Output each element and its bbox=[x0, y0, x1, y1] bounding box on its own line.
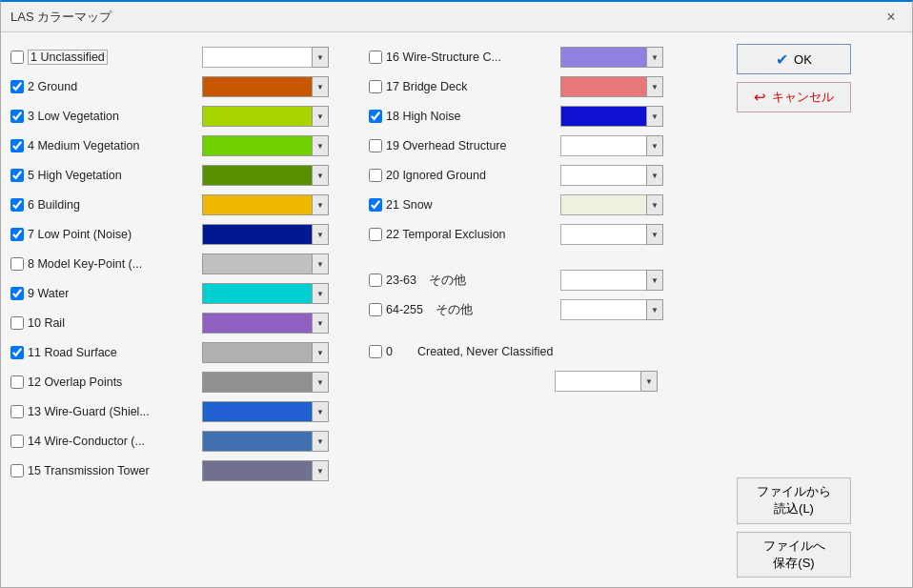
color-dropdown-13[interactable]: ▼ bbox=[312, 401, 329, 422]
color-box-bottom[interactable] bbox=[555, 371, 640, 392]
color-box-64255[interactable] bbox=[560, 299, 646, 320]
color-dropdown-21[interactable]: ▼ bbox=[646, 194, 663, 215]
cancel-label: キャンセル bbox=[772, 89, 834, 106]
row-label-17: 17 Bridge Deck bbox=[369, 80, 555, 93]
checkbox-4[interactable] bbox=[10, 139, 24, 152]
color-box-5[interactable] bbox=[202, 165, 312, 186]
color-box-1[interactable] bbox=[202, 47, 312, 68]
color-box-7[interactable] bbox=[202, 224, 312, 245]
checkbox-8[interactable] bbox=[10, 257, 24, 271]
checkbox-64255[interactable] bbox=[369, 303, 382, 316]
ok-icon: ✔ bbox=[776, 51, 788, 69]
row-label-12: 12 Overlap Points bbox=[10, 375, 196, 389]
color-dropdown-19[interactable]: ▼ bbox=[646, 135, 663, 156]
checkbox-10[interactable] bbox=[10, 316, 24, 330]
color-dropdown-bottom[interactable]: ▼ bbox=[640, 371, 658, 392]
cancel-button[interactable]: ↩ キャンセル bbox=[737, 82, 851, 112]
color-dropdown-7[interactable]: ▼ bbox=[312, 224, 329, 245]
checkbox-2363[interactable] bbox=[369, 274, 382, 287]
color-dropdown-2363[interactable]: ▼ bbox=[646, 270, 663, 291]
row-label-6: 6 Building bbox=[10, 198, 196, 212]
checkbox-3[interactable] bbox=[10, 110, 24, 123]
checkbox-15[interactable] bbox=[10, 464, 24, 477]
color-dropdown-5[interactable]: ▼ bbox=[312, 165, 329, 186]
checkbox-21[interactable] bbox=[369, 198, 382, 212]
color-box-12[interactable] bbox=[202, 372, 312, 393]
color-box-2[interactable] bbox=[202, 76, 312, 97]
color-box-22[interactable] bbox=[560, 224, 646, 245]
color-dropdown-12[interactable]: ▼ bbox=[312, 372, 329, 393]
color-picker-20: ▼ bbox=[560, 165, 663, 186]
color-dropdown-4[interactable]: ▼ bbox=[312, 135, 329, 156]
file-save-button[interactable]: ファイルへ 保存(S) bbox=[737, 532, 851, 578]
checkbox-11[interactable] bbox=[10, 346, 24, 359]
color-picker-5: ▼ bbox=[202, 165, 329, 186]
color-box-2363[interactable] bbox=[560, 270, 646, 291]
color-dropdown-16[interactable]: ▼ bbox=[646, 47, 663, 68]
color-picker-3: ▼ bbox=[202, 106, 329, 127]
color-box-14[interactable] bbox=[202, 431, 312, 452]
row-label-10: 10 Rail bbox=[10, 316, 196, 330]
checkbox-6[interactable] bbox=[10, 198, 24, 212]
color-box-3[interactable] bbox=[202, 106, 312, 127]
color-box-10[interactable] bbox=[202, 313, 312, 334]
label-text-5: 5 High Vegetation bbox=[28, 169, 122, 182]
cancel-icon: ↩ bbox=[754, 89, 766, 106]
color-dropdown-10[interactable]: ▼ bbox=[312, 313, 329, 334]
color-dropdown-22[interactable]: ▼ bbox=[646, 224, 663, 245]
bottom-label: 0 Created, Never Classified bbox=[369, 344, 578, 360]
color-row-8: 8 Model Key-Point (...▼ bbox=[10, 251, 363, 277]
label-text-6: 6 Building bbox=[28, 198, 80, 212]
color-box-6[interactable] bbox=[202, 194, 312, 215]
checkbox-1[interactable] bbox=[10, 51, 24, 64]
color-dropdown-17[interactable]: ▼ bbox=[646, 76, 663, 97]
checkbox-13[interactable] bbox=[10, 405, 24, 418]
color-row-15: 15 Transmission Tower▼ bbox=[10, 457, 363, 484]
color-box-16[interactable] bbox=[560, 47, 646, 68]
close-button[interactable]: × bbox=[880, 6, 903, 29]
checkbox-19[interactable] bbox=[369, 139, 382, 152]
color-row-9: 9 Water▼ bbox=[10, 280, 363, 307]
color-picker-19: ▼ bbox=[560, 135, 663, 156]
color-row-17: 17 Bridge Deck▼ bbox=[369, 73, 721, 100]
checkbox-9[interactable] bbox=[10, 287, 24, 300]
color-box-21[interactable] bbox=[560, 194, 646, 215]
color-dropdown-15[interactable]: ▼ bbox=[312, 460, 329, 481]
color-box-4[interactable] bbox=[202, 135, 312, 156]
color-dropdown-9[interactable]: ▼ bbox=[312, 283, 329, 304]
checkbox-20[interactable] bbox=[369, 169, 382, 182]
color-dropdown-11[interactable]: ▼ bbox=[312, 342, 329, 363]
checkbox-14[interactable] bbox=[10, 435, 24, 448]
color-dropdown-6[interactable]: ▼ bbox=[312, 194, 329, 215]
color-box-20[interactable] bbox=[560, 165, 646, 186]
color-box-11[interactable] bbox=[202, 342, 312, 363]
color-box-15[interactable] bbox=[202, 460, 312, 481]
checkbox-17[interactable] bbox=[369, 80, 382, 93]
label-text-15: 15 Transmission Tower bbox=[28, 464, 150, 477]
color-dropdown-14[interactable]: ▼ bbox=[312, 431, 329, 452]
color-dropdown-3[interactable]: ▼ bbox=[312, 106, 329, 127]
color-box-19[interactable] bbox=[560, 135, 646, 156]
checkbox-2[interactable] bbox=[10, 80, 24, 93]
color-dropdown-64255[interactable]: ▼ bbox=[646, 299, 663, 320]
color-dropdown-8[interactable]: ▼ bbox=[312, 253, 329, 274]
row-label-8: 8 Model Key-Point (... bbox=[10, 257, 196, 271]
color-dropdown-1[interactable]: ▼ bbox=[312, 47, 329, 68]
checkbox-bottom[interactable] bbox=[369, 345, 382, 358]
ok-button[interactable]: ✔ OK bbox=[737, 44, 851, 74]
color-dropdown-18[interactable]: ▼ bbox=[646, 106, 663, 127]
color-box-8[interactable] bbox=[202, 253, 312, 274]
checkbox-5[interactable] bbox=[10, 169, 24, 182]
color-box-17[interactable] bbox=[560, 76, 646, 97]
color-dropdown-2[interactable]: ▼ bbox=[312, 76, 329, 97]
checkbox-16[interactable] bbox=[369, 51, 382, 64]
color-dropdown-20[interactable]: ▼ bbox=[646, 165, 663, 186]
checkbox-7[interactable] bbox=[10, 228, 24, 241]
color-box-13[interactable] bbox=[202, 401, 312, 422]
file-load-button[interactable]: ファイルから 読込(L) bbox=[737, 477, 851, 523]
checkbox-22[interactable] bbox=[369, 228, 382, 241]
checkbox-18[interactable] bbox=[369, 110, 382, 123]
checkbox-12[interactable] bbox=[10, 375, 24, 389]
color-box-9[interactable] bbox=[202, 283, 312, 304]
color-box-18[interactable] bbox=[560, 106, 646, 127]
